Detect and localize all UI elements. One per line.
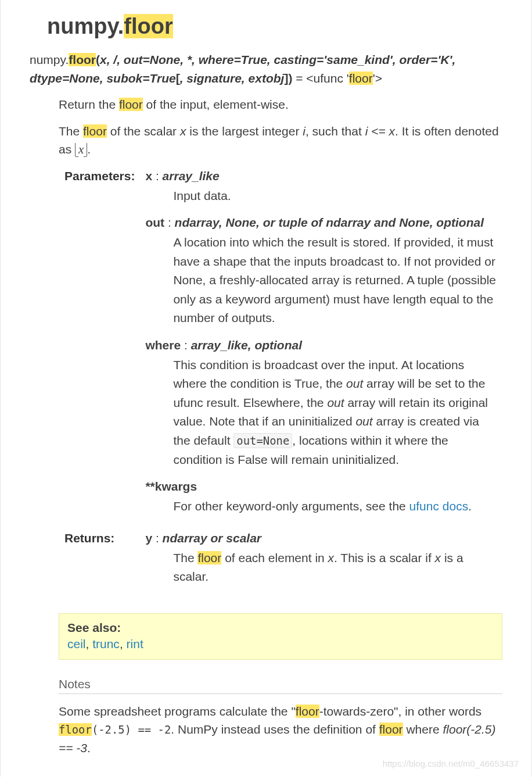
param-name: **kwargs <box>145 480 197 493</box>
param-name: x <box>145 169 152 183</box>
code-inline: out=None <box>233 433 292 448</box>
param-desc: This condition is broadcast over the inp… <box>145 352 502 480</box>
see-also-box: See also: ceil, trunc, rint <box>59 613 502 660</box>
param-type: ndarray or scalar <box>163 531 261 545</box>
see-also-link-rint[interactable]: rint <box>127 637 143 650</box>
return-y: y : ndarray or scalar <box>145 531 502 545</box>
sig-namespace: numpy. <box>30 53 69 66</box>
param-desc: The floor of each element in x. This is … <box>145 545 502 597</box>
field-list: Parameters: x : array_like Input data. o… <box>64 167 502 599</box>
sig-open: ( <box>96 53 100 66</box>
see-also-link-ceil[interactable]: ceil <box>67 637 86 650</box>
ufunc-docs-link[interactable]: ufunc docs <box>409 499 469 513</box>
notes-body: Some spreadsheet programs calculate the … <box>59 702 502 757</box>
param-name: out <box>145 216 164 229</box>
function-signature: numpy.floor(x, /, out=None, *, where=Tru… <box>12 51 520 92</box>
description-line: The floor of the scalar x is the largest… <box>59 122 502 159</box>
param-type: ndarray, None, or tuple of ndarray and N… <box>175 216 484 229</box>
param-kwargs: **kwargs <box>145 480 502 494</box>
see-also-links: ceil, trunc, rint <box>67 637 494 651</box>
hl-floor: floor <box>83 124 107 138</box>
watermark-text: https://blog.csdn.net/m0_46653437 <box>383 759 519 768</box>
sig-ufunc-open: <ufunc ' <box>306 71 348 85</box>
see-also-title: See also: <box>67 621 494 635</box>
notes-heading: Notes <box>59 677 502 694</box>
param-desc: Input data. <box>145 183 502 216</box>
param-desc: A location into which the result is stor… <box>145 230 502 338</box>
title-prefix: numpy. <box>47 14 124 38</box>
sig-eq: = <box>292 71 306 85</box>
param-x: x : array_like <box>145 169 502 183</box>
sig-bracket-args: , signature, extobj <box>180 71 285 85</box>
returns-label: Returns: <box>64 529 145 599</box>
param-out: out : ndarray, None, or tuple of ndarray… <box>145 216 502 230</box>
code-inline: floor(-2.5) == -2 <box>59 723 171 736</box>
title-name: floor <box>124 14 172 38</box>
hl-floor: floor <box>296 705 319 718</box>
sig-bracket-open: [ <box>176 71 180 85</box>
param-type: array_like <box>163 169 220 183</box>
page-title: numpy.floor <box>12 0 520 51</box>
see-also-link-trunc[interactable]: trunc <box>92 637 120 650</box>
hl-floor: floor <box>197 551 221 564</box>
param-desc: For other keyword-only arguments, see th… <box>145 494 502 527</box>
sig-ufunc-name: floor <box>349 71 373 85</box>
summary-line: Return the floor of the input, element-w… <box>59 95 502 114</box>
param-type: array_like, optional <box>191 338 302 352</box>
parameters-label: Parameters: <box>64 167 145 529</box>
sig-fn-name: floor <box>69 53 96 66</box>
hl-floor: floor <box>379 723 403 736</box>
param-name: y <box>145 531 152 545</box>
param-where: where : array_like, optional <box>145 338 502 352</box>
hl-floor: floor <box>119 98 143 111</box>
param-name: where <box>145 338 181 352</box>
math-floor-notation: x <box>75 143 87 156</box>
sig-ufunc-close: '> <box>373 71 382 85</box>
